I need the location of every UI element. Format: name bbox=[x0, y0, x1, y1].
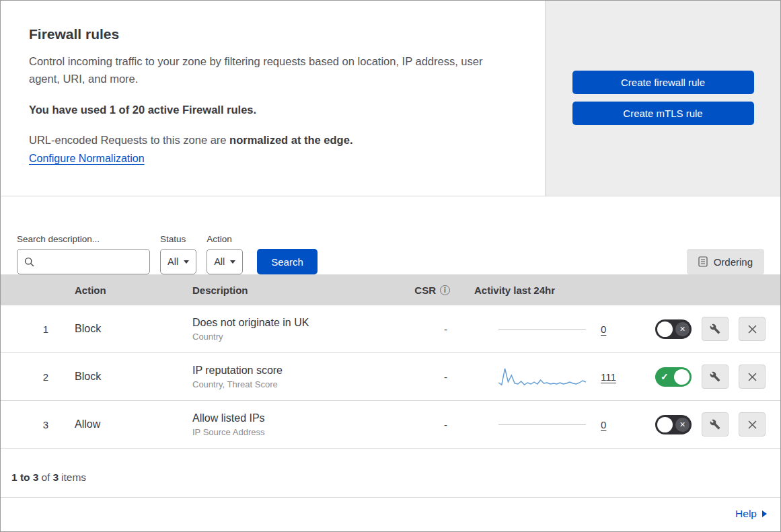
overview-section: Firewall rules Control incoming traffic … bbox=[1, 1, 780, 196]
rule-description: Allow listed IPs bbox=[192, 412, 399, 424]
search-icon bbox=[24, 257, 34, 267]
help-link-label: Help bbox=[735, 508, 757, 520]
info-icon: i bbox=[440, 285, 450, 295]
table-row: 2 Block IP reputation score Country, Thr… bbox=[1, 353, 780, 401]
rule-description: IP reputation score bbox=[192, 365, 399, 377]
column-csr: CSR i bbox=[399, 284, 459, 296]
usage-summary: You have used 1 of 20 active Firewall ru… bbox=[29, 104, 517, 116]
edit-rule-button[interactable] bbox=[702, 317, 729, 341]
pagination-range: 1 to 3 bbox=[11, 471, 38, 483]
rule-enabled-toggle[interactable]: ✓ bbox=[655, 367, 692, 387]
table-row: 3 Allow Allow listed IPs IP Source Addre… bbox=[1, 401, 780, 449]
rule-criteria: IP Source Address bbox=[192, 427, 399, 437]
create-firewall-rule-button[interactable]: Create firewall rule bbox=[572, 71, 754, 94]
configure-normalization-link[interactable]: Configure Normalization bbox=[29, 153, 145, 164]
column-activity: Activity last 24hr bbox=[459, 284, 636, 296]
search-field: Search description... bbox=[17, 234, 150, 274]
chevron-down-icon bbox=[184, 260, 189, 264]
search-input-box[interactable] bbox=[17, 249, 150, 274]
rule-criteria: Country bbox=[192, 332, 399, 342]
edit-rule-button[interactable] bbox=[702, 365, 729, 389]
normalization-prefix: URL-encoded Requests to this zone are bbox=[29, 134, 229, 146]
rule-action: Block bbox=[65, 323, 180, 335]
rule-controls: × bbox=[636, 412, 780, 436]
delete-rule-button[interactable] bbox=[739, 365, 766, 389]
pagination-total: 3 bbox=[52, 471, 59, 483]
status-selected-value: All bbox=[168, 256, 178, 267]
rule-action: Allow bbox=[65, 418, 180, 430]
toggle-x-icon: × bbox=[675, 322, 690, 336]
search-input[interactable] bbox=[40, 256, 143, 267]
wrench-icon bbox=[710, 324, 720, 334]
toggle-check-icon: ✓ bbox=[661, 371, 669, 382]
wrench-icon bbox=[710, 419, 720, 430]
activity-sparkline bbox=[498, 363, 586, 390]
rule-enabled-toggle[interactable]: × bbox=[655, 415, 692, 434]
ordering-button-label: Ordering bbox=[714, 256, 753, 268]
rule-controls: × bbox=[636, 317, 780, 341]
action-label: Action bbox=[207, 234, 243, 244]
rule-priority: 3 bbox=[1, 419, 65, 430]
action-select[interactable]: All bbox=[207, 249, 243, 274]
toggle-x-icon: × bbox=[675, 418, 690, 432]
rule-activity: 0 bbox=[459, 419, 636, 430]
page-description: Control incoming traffic to your zone by… bbox=[29, 53, 515, 87]
activity-flatline bbox=[498, 424, 586, 425]
rule-csr: - bbox=[399, 419, 459, 430]
activity-count-link[interactable]: 0 bbox=[601, 324, 606, 335]
status-label: Status bbox=[160, 234, 196, 244]
search-button[interactable]: Search bbox=[257, 249, 318, 274]
help-arrow-icon bbox=[762, 510, 767, 517]
rule-priority: 2 bbox=[1, 371, 65, 383]
help-bar: Help bbox=[1, 497, 780, 529]
rule-activity: 111 bbox=[459, 363, 636, 390]
ordering-button[interactable]: Ordering bbox=[687, 249, 764, 274]
rule-priority: 1 bbox=[1, 324, 65, 335]
activity-count-link[interactable]: 0 bbox=[601, 419, 606, 430]
toggle-knob bbox=[657, 417, 673, 432]
create-mtls-rule-button[interactable]: Create mTLS rule bbox=[572, 102, 754, 125]
close-icon bbox=[748, 420, 757, 429]
pagination-of: of bbox=[41, 471, 50, 483]
table-header-row: Action Description CSR i Activity last 2… bbox=[1, 274, 780, 305]
rule-csr: - bbox=[399, 324, 459, 335]
rule-description-cell: IP reputation score Country, Threat Scor… bbox=[180, 365, 399, 389]
search-label: Search description... bbox=[17, 234, 150, 244]
activity-flatline bbox=[498, 329, 586, 330]
rule-csr: - bbox=[399, 371, 459, 383]
table-body: 1 Block Does not originate in UK Country… bbox=[1, 305, 780, 449]
chevron-down-icon bbox=[230, 260, 235, 264]
rule-action: Block bbox=[65, 371, 180, 383]
rules-table: Action Description CSR i Activity last 2… bbox=[1, 274, 780, 449]
wrench-icon bbox=[710, 371, 720, 382]
rule-criteria: Country, Threat Score bbox=[192, 379, 399, 389]
help-link[interactable]: Help bbox=[735, 508, 767, 520]
action-selected-value: All bbox=[214, 256, 225, 267]
activity-count-link[interactable]: 111 bbox=[601, 371, 616, 383]
rule-description-cell: Does not originate in UK Country bbox=[180, 317, 399, 342]
status-field: Status All bbox=[160, 234, 196, 274]
delete-rule-button[interactable] bbox=[739, 412, 766, 436]
rule-description-cell: Allow listed IPs IP Source Address bbox=[180, 412, 399, 437]
toggle-knob bbox=[674, 369, 690, 385]
toggle-knob bbox=[657, 321, 673, 337]
rule-description: Does not originate in UK bbox=[192, 317, 399, 329]
pagination-summary: 1 to 3of3items bbox=[1, 449, 780, 497]
action-field: Action All bbox=[207, 234, 243, 274]
normalization-bold: normalized at the edge. bbox=[229, 134, 352, 146]
rule-enabled-toggle[interactable]: × bbox=[655, 319, 692, 339]
column-csr-label: CSR bbox=[414, 284, 436, 296]
page-title: Firewall rules bbox=[29, 26, 517, 42]
filter-bar: Search description... Status All Action … bbox=[1, 196, 780, 274]
normalization-note: URL-encoded Requests to this zone are no… bbox=[29, 134, 517, 147]
ordering-icon bbox=[698, 256, 708, 267]
column-description: Description bbox=[180, 284, 399, 296]
rule-activity: 0 bbox=[459, 324, 636, 335]
pagination-items: items bbox=[61, 471, 86, 483]
firewall-rules-page: Firewall rules Control incoming traffic … bbox=[0, 0, 781, 532]
table-row: 1 Block Does not originate in UK Country… bbox=[1, 305, 780, 353]
close-icon bbox=[748, 373, 757, 381]
edit-rule-button[interactable] bbox=[702, 412, 729, 436]
delete-rule-button[interactable] bbox=[739, 317, 766, 341]
status-select[interactable]: All bbox=[160, 249, 196, 274]
